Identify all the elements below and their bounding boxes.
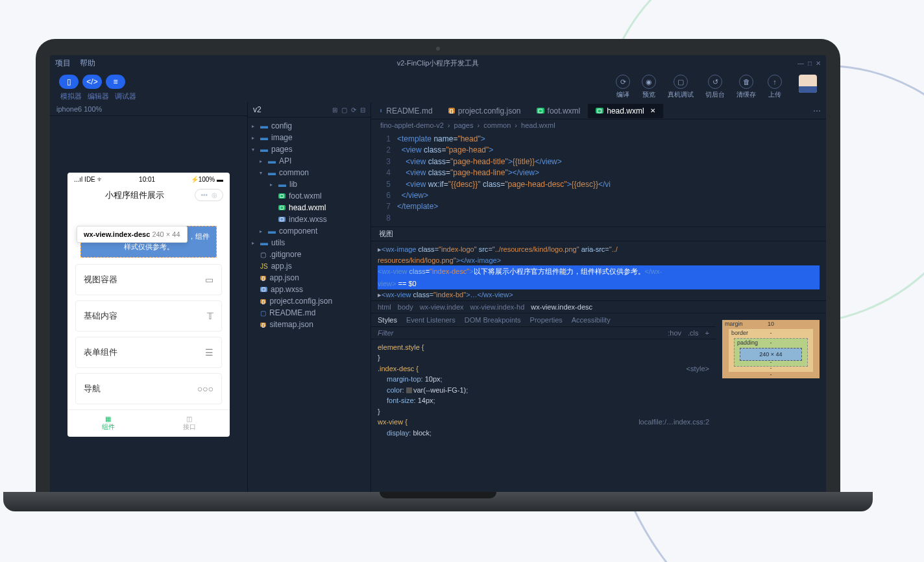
file-head-wxml[interactable]: ▢head.wxml (248, 202, 371, 214)
file-app-js[interactable]: JSapp.js (248, 260, 371, 272)
folder-pages[interactable]: ▾▬pages (248, 143, 371, 155)
inspect-tooltip: wx-view.index-desc 240 × 44 (77, 226, 188, 243)
phone-capsule[interactable]: •••◎ (195, 189, 223, 201)
code-body[interactable]: <template name="head"> <view class="page… (397, 134, 826, 224)
file-sitemap[interactable]: {}sitemap.json (248, 319, 371, 330)
project-name: v2 (253, 105, 261, 114)
file-app-wxss[interactable]: ▢app.wxss (248, 284, 371, 295)
json-icon: {} (260, 299, 266, 304)
file-app-json[interactable]: {}app.json (248, 272, 371, 284)
tab-foot[interactable]: ▢foot.wxml (529, 104, 589, 118)
tab-readme[interactable]: iREADME.md (371, 104, 441, 118)
file-project-config[interactable]: {}project.config.json (248, 295, 371, 307)
laptop-frame: 项目 帮助 v2-FinClip小程序开发工具 — □ ✕ ▯ </> ≡ 模拟… (36, 39, 840, 511)
css-rules[interactable]: element.style { } .index-desc {<style> m… (371, 339, 716, 441)
file-foot-wxml[interactable]: ▢foot.wxml (248, 190, 371, 202)
list-item[interactable]: 视图容器▭ (75, 264, 222, 295)
dom-breadcrumb[interactable]: html body wx-view.index wx-view.index-hd… (371, 300, 826, 313)
menu-bar: 项目 帮助 v2-FinClip小程序开发工具 — □ ✕ (50, 55, 826, 71)
dom-bp-tab[interactable]: DOM Breakpoints (465, 316, 521, 324)
upload-button[interactable]: ↑上传 (768, 75, 782, 99)
list-item[interactable]: 基础内容𝕋 (75, 300, 222, 332)
json-icon: {} (260, 276, 266, 280)
folder-api[interactable]: ▸▬API (248, 155, 371, 167)
js-icon: JS (260, 263, 268, 270)
file-readme[interactable]: ▢README.md (248, 307, 371, 319)
toolbar: ▯ </> ≡ 模拟器 编辑器 调试器 ⟳编译 ◉预览 ▢真机调试 ↺切后台 🗑… (50, 71, 826, 103)
phone-status-bar: ...ıl IDE ᯤ 10:01 ⚡100% ▬ (67, 173, 230, 186)
folder-config[interactable]: ▸▬config (248, 120, 371, 132)
collapse-icon[interactable]: ⊟ (360, 106, 365, 114)
list-item[interactable]: 导航○○○ (75, 373, 222, 404)
phone-preview[interactable]: ...ıl IDE ᯤ 10:01 ⚡100% ▬ 小程序组件展示 •••◎ w… (67, 173, 230, 437)
stage-button[interactable]: ↺切后台 (705, 75, 725, 99)
menu-project[interactable]: 项目 (55, 58, 71, 69)
avatar[interactable] (799, 75, 817, 93)
wxss-icon: ▢ (260, 287, 267, 292)
editor-tab-button[interactable]: </> (82, 75, 102, 89)
phone-tab-api[interactable]: ◫接口 (149, 410, 230, 437)
folder-icon: ▬ (260, 238, 268, 247)
file-gitignore[interactable]: ▢.gitignore (248, 249, 371, 260)
folder-icon: ▬ (260, 145, 268, 154)
cls-button[interactable]: .cls (688, 329, 699, 337)
folder-common[interactable]: ▾▬common (248, 167, 371, 178)
folder-component[interactable]: ▸▬component (248, 225, 371, 237)
new-folder-icon[interactable]: ▢ (341, 106, 347, 114)
phone-page-title: 小程序组件展示 (74, 189, 195, 201)
text-icon: 𝕋 (207, 311, 213, 321)
wxml-icon: ▢ (278, 205, 286, 210)
box-model: margin10 border- padding- 240 × 44 - - - (716, 313, 826, 441)
simulator-tab-button[interactable]: ▯ (59, 75, 79, 89)
close-icon[interactable]: ✕ (816, 60, 821, 67)
laptop-base (3, 492, 873, 511)
editor-tabs: iREADME.md {}project.config.json ▢foot.w… (371, 103, 826, 119)
editor-label: 编辑器 (88, 92, 109, 101)
list-item[interactable]: 表单组件☰ (75, 337, 222, 368)
styles-tab[interactable]: Styles (378, 316, 397, 324)
editor-panel: iREADME.md {}project.config.json ▢foot.w… (371, 103, 826, 493)
new-file-icon[interactable]: ⊞ (332, 106, 337, 114)
properties-tab[interactable]: Properties (530, 316, 563, 324)
line-gutter: 123 456 78 (371, 134, 397, 224)
menu-help[interactable]: 帮助 (80, 58, 95, 69)
window-title: v2-FinClip小程序开发工具 (397, 58, 480, 68)
tab-head[interactable]: ▢head.wxml✕ (588, 104, 663, 118)
component-icon: ▦ (67, 415, 149, 422)
folder-lib[interactable]: ▸▬lib (248, 178, 371, 190)
remote-debug-button[interactable]: ▢真机调试 (668, 75, 694, 99)
compile-button[interactable]: ⟳编译 (616, 75, 630, 99)
md-icon: ▢ (260, 310, 266, 317)
api-icon: ◫ (149, 415, 230, 422)
file-icon: ▢ (260, 251, 266, 258)
add-rule-button[interactable]: + (705, 329, 709, 337)
tab-more-icon[interactable]: ⋯ (808, 106, 826, 116)
folder-icon: ▬ (260, 133, 268, 142)
json-icon: {} (260, 323, 266, 327)
a11y-tab[interactable]: Accessibility (572, 316, 611, 324)
folder-icon: ▬ (268, 156, 276, 165)
clear-cache-button[interactable]: 🗑清缓存 (736, 75, 756, 99)
preview-button[interactable]: ◉预览 (642, 75, 656, 99)
folder-image[interactable]: ▸▬image (248, 132, 371, 143)
tab-project-config[interactable]: {}project.config.json (441, 104, 529, 118)
minimize-icon[interactable]: — (797, 60, 804, 67)
hov-button[interactable]: :hov (668, 329, 681, 337)
container-icon: ▭ (205, 275, 213, 285)
file-index-wxss[interactable]: ▢index.wxss (248, 214, 371, 225)
phone-tab-component[interactable]: ▦组件 (67, 410, 149, 437)
close-icon[interactable]: ✕ (650, 107, 655, 114)
simulator-device-info: iphone6 100% (50, 103, 247, 116)
listeners-tab[interactable]: Event Listeners (406, 316, 456, 324)
debugger-tab-button[interactable]: ≡ (106, 75, 125, 89)
ide-screen: 项目 帮助 v2-FinClip小程序开发工具 — □ ✕ ▯ </> ≡ 模拟… (50, 55, 826, 493)
dom-tree[interactable]: ▸<wx-image class="index-logo" src="../re… (371, 241, 826, 300)
devtools-panel: 视图 ▸<wx-image class="index-logo" src="..… (371, 226, 826, 441)
filter-input[interactable]: Filter (378, 329, 661, 337)
refresh-icon[interactable]: ⟳ (351, 106, 356, 114)
devtools-tab-wxml[interactable]: 视图 (379, 229, 393, 239)
code-editor[interactable]: 123 456 78 <template name="head"> <view … (371, 131, 826, 226)
folder-icon: ▬ (278, 180, 286, 189)
folder-utils[interactable]: ▸▬utils (248, 237, 371, 249)
maximize-icon[interactable]: □ (808, 60, 812, 67)
